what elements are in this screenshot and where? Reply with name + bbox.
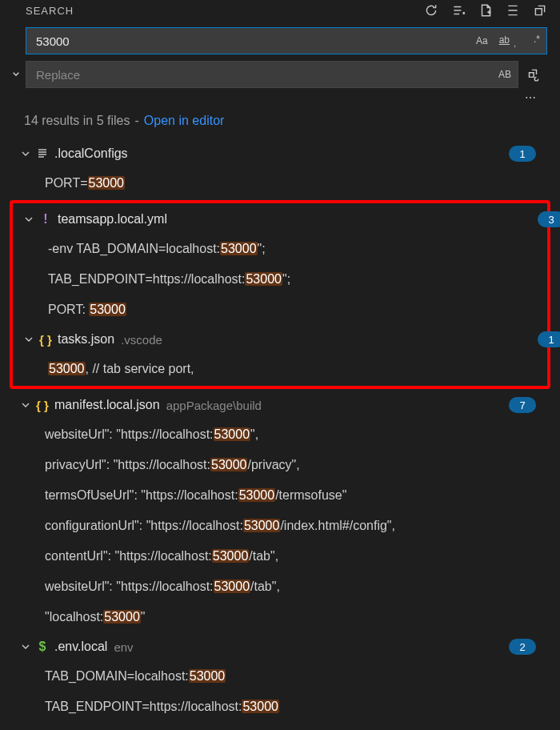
collapse-all-icon[interactable] [533, 3, 547, 18]
search-panel-header: SEARCH [6, 0, 554, 21]
match-count-badge: 3 [538, 211, 560, 227]
match-row[interactable]: websiteUrl": "https://localhost:53000", [6, 419, 539, 450]
chevron-down-icon[interactable] [18, 399, 34, 411]
open-in-editor-link[interactable]: Open in editor [144, 114, 225, 128]
match-row[interactable]: "localhost:53000" [6, 602, 539, 632]
match-row[interactable]: configurationUrl": "https://localhost:53… [6, 511, 539, 541]
match-row[interactable]: PORT: 53000 [13, 295, 547, 325]
clear-results-icon[interactable] [451, 3, 466, 18]
match-row[interactable]: -env TAB_DOMAIN=localhost:53000"; [13, 234, 547, 264]
preserve-case-toggle[interactable]: AB [497, 69, 513, 80]
file-row[interactable]: ! teamsapp.local.yml 3 [13, 205, 547, 234]
whole-word-toggle[interactable]: ab, [496, 34, 513, 46]
file-name: .localConfigs [54, 146, 128, 161]
match-count-badge: 1 [538, 331, 560, 347]
match-row[interactable]: 53000, // tab service port, [13, 354, 547, 384]
file-type-icon: ! [37, 212, 54, 227]
chevron-down-icon[interactable] [21, 213, 37, 226]
header-actions [424, 3, 547, 18]
replace-all-icon[interactable] [526, 67, 540, 82]
match-row[interactable]: contentUrl": "https://localhost:53000/ta… [6, 541, 539, 572]
file-name: manifest.local.json [54, 398, 160, 412]
match-row[interactable]: websiteUrl": "https://localhost:53000/ta… [6, 572, 539, 602]
case-sensitive-toggle[interactable]: Aa [474, 35, 490, 46]
file-type-icon: { } [34, 399, 51, 412]
file-row[interactable]: $ .env.local env 2 [6, 632, 539, 661]
file-row[interactable]: .localConfigs 1 [6, 139, 539, 168]
chevron-down-icon[interactable] [18, 147, 34, 160]
file-path: appPackage\build [166, 399, 262, 412]
match-row[interactable]: TAB_DOMAIN=localhost:53000 [6, 661, 539, 692]
file-row[interactable]: { } tasks.json .vscode 1 [13, 325, 547, 354]
highlighted-region: ! teamsapp.local.yml 3 -env TAB_DOMAIN=l… [10, 200, 550, 389]
file-type-icon [34, 147, 51, 160]
results-count: 14 results in 5 files [24, 114, 130, 128]
match-row[interactable]: PORT=53000 [6, 168, 539, 199]
match-row[interactable]: TAB_ENDPOINT=https://localhost:53000"; [13, 264, 547, 295]
new-file-icon[interactable] [478, 3, 493, 18]
replace-input[interactable] [34, 67, 497, 82]
refresh-icon[interactable] [424, 3, 438, 18]
match-row[interactable]: termsOfUseUrl": "https://localhost:53000… [6, 480, 539, 511]
search-input[interactable] [34, 34, 474, 49]
chevron-down-icon[interactable] [18, 640, 34, 653]
match-count-badge: 2 [509, 639, 536, 655]
results-tree: .localConfigs 1 PORT=53000 ! teamsapp.lo… [6, 139, 554, 730]
replace-input-wrap[interactable]: AB [26, 61, 518, 88]
results-summary: 14 results in 5 files - Open in editor [6, 107, 554, 139]
match-count-badge: 1 [509, 146, 536, 162]
file-row[interactable]: { } manifest.local.json appPackage\build… [6, 391, 539, 419]
file-type-icon: { } [37, 333, 54, 347]
match-row[interactable]: TAB_ENDPOINT=https://localhost:53000 [6, 692, 539, 722]
view-as-tree-icon[interactable] [506, 3, 520, 18]
chevron-down-icon[interactable] [21, 333, 37, 346]
regex-toggle[interactable]: .* [532, 34, 542, 45]
file-path: env [114, 640, 133, 654]
search-input-wrap[interactable]: Aa ab, .* [26, 27, 547, 54]
file-name: .env.local [54, 640, 107, 654]
match-count-badge: 7 [509, 397, 536, 413]
more-options-icon[interactable]: ⋯ [6, 88, 547, 107]
search-title: SEARCH [26, 5, 74, 17]
file-name: teamsapp.local.yml [58, 212, 167, 227]
match-row[interactable]: privacyUrl": "https://localhost:53000/pr… [6, 450, 539, 480]
file-path: .vscode [121, 333, 162, 347]
toggle-replace-chevron-icon[interactable] [9, 67, 23, 82]
file-type-icon: $ [34, 640, 51, 654]
file-name: tasks.json [58, 332, 114, 347]
